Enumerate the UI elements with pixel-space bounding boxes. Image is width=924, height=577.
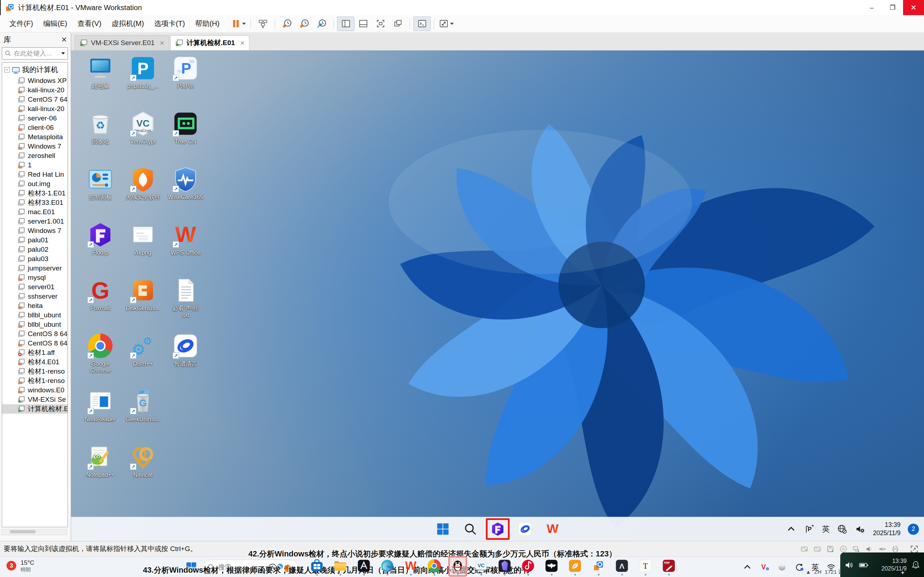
pixpin-tray-icon[interactable]: P: [804, 524, 815, 534]
weather-widget[interactable]: 3 15°C 晴朗: [6, 559, 34, 572]
library-item-计算机检材.E[interactable]: 计算机检材.E: [2, 404, 68, 414]
menu-查看(V)[interactable]: 查看(V): [72, 19, 107, 29]
take-snapshot-button[interactable]: [278, 16, 296, 31]
library-item-server-06[interactable]: server-06: [2, 114, 68, 123]
vm-tab[interactable]: VM-EXSi Server.E01✕: [75, 35, 169, 50]
overlay-window-corner[interactable]: 13:39 2025/11/9 z: [840, 553, 924, 577]
library-item-mysql[interactable]: mysql: [2, 273, 68, 282]
library-item-mac.E01[interactable]: mac.E01: [2, 207, 68, 217]
library-item-检材1.aff[interactable]: 检材1.aff: [2, 348, 68, 357]
fit-guest-dropdown-icon[interactable]: [450, 23, 454, 25]
vm-console-screen[interactable]: 此电脑P↗phpstudy_...P↗PixPin♻回收站VCVeraCrypt…: [71, 50, 924, 541]
library-item-CentOS 7 64[interactable]: CentOS 7 64: [2, 95, 68, 104]
sync-tray-icon[interactable]: [794, 562, 804, 572]
desktop-icon-trae-cn[interactable]: ↗Trae CN: [164, 110, 207, 166]
guest-clock[interactable]: 13:39 2025/11/9: [873, 521, 901, 537]
scrollbar-thumb[interactable]: [10, 530, 36, 533]
desktop-icon-recycle-bin[interactable]: ♻回收站: [79, 110, 122, 166]
vm-tab[interactable]: 计算机检材.E01✕: [170, 35, 250, 50]
desktop-icon-geekuninstaller[interactable]: G↗GeekUninst...: [122, 388, 164, 443]
library-item-检材33.E01[interactable]: 检材33.E01: [2, 198, 68, 207]
library-item-kali-linux-20[interactable]: kali-linux-20: [2, 85, 68, 95]
library-item-out.img[interactable]: out.img: [2, 179, 68, 189]
library-item-VM-EXSi Se[interactable]: VM-EXSi Se: [2, 395, 68, 404]
taskbar-app-vmware-workstation[interactable]: [591, 559, 606, 575]
library-horizontal-scrollbar[interactable]: [2, 529, 67, 535]
library-item-windows.E0[interactable]: windows.E0: [2, 385, 68, 395]
library-item-zeroshell[interactable]: zeroshell: [2, 151, 68, 161]
fit-guest-button[interactable]: [438, 16, 455, 31]
taskbar-app-legion[interactable]: [357, 559, 371, 575]
guest-taskbar-search[interactable]: [462, 521, 478, 537]
desktop-icon-wps-office[interactable]: W↗WPS Office: [164, 221, 207, 277]
taskbar-app-bat[interactable]: [544, 559, 559, 575]
library-item-检材3-1.E01[interactable]: 检材3-1.E01: [2, 189, 68, 198]
desktop-icon-statement-txt[interactable]: 必看 声明! .txt: [164, 277, 207, 332]
library-item-jumpserver[interactable]: jumpserver: [2, 264, 68, 273]
notification-badge[interactable]: 2: [908, 524, 919, 535]
library-item-Red Hat Lin[interactable]: Red Hat Lin: [2, 170, 68, 179]
menu-帮助(H)[interactable]: 帮助(H): [190, 19, 225, 29]
tree-root-my-computer[interactable]: − 我的计算机: [2, 63, 68, 76]
library-item-server01[interactable]: server01: [2, 282, 68, 292]
library-item-server1.001[interactable]: server1.001: [2, 217, 68, 226]
tab-close-icon[interactable]: ✕: [160, 40, 164, 47]
network-adapter-icon[interactable]: [851, 545, 861, 553]
library-item-Windows 7[interactable]: Windows 7: [2, 226, 68, 235]
bell-icon[interactable]: z: [910, 560, 921, 571]
hidden-icons-chevron-icon[interactable]: [786, 524, 796, 534]
guest-taskbar-zhipu-qingyan[interactable]: [517, 521, 533, 537]
collapse-icon[interactable]: −: [4, 67, 10, 73]
menu-选项卡(T)[interactable]: 选项卡(T): [149, 19, 190, 29]
library-item-检材4.E01[interactable]: 检材4.E01: [2, 357, 68, 367]
library-item-palu02[interactable]: palu02: [2, 245, 68, 254]
guest-taskbar-start[interactable]: [435, 521, 451, 537]
library-search-input[interactable]: 在此处键入...: [2, 47, 68, 60]
desktop-icon-foxmail[interactable]: G↗Foxmail: [79, 277, 122, 332]
desktop-icon-huorong-security[interactable]: ↗火绒安全软件: [122, 166, 164, 221]
taskbar-app-edge[interactable]: [380, 559, 394, 575]
library-item-bllbl_ubunt[interactable]: bllbl_ubunt: [2, 320, 68, 329]
desktop-icon-neatreader[interactable]: ↗NeatReader: [79, 388, 122, 443]
tab-close-icon[interactable]: ✕: [240, 40, 245, 47]
minimize-button[interactable]: –: [861, 0, 882, 15]
library-item-CentOS 8 64[interactable]: CentOS 8 64: [2, 338, 68, 348]
desktop-icon-notepadpp[interactable]: ↗Notepad++: [79, 443, 122, 499]
sound-icon[interactable]: [864, 545, 874, 553]
library-item-Windows 7[interactable]: Windows 7: [2, 142, 68, 151]
cd-rom-icon[interactable]: [838, 545, 848, 553]
library-item-palu01[interactable]: palu01: [2, 235, 68, 245]
no-internet-globe-icon[interactable]: [837, 524, 848, 534]
pause-button[interactable]: [229, 16, 247, 31]
translator-v-tray-icon[interactable]: V: [759, 562, 770, 572]
desktop-icon-diskgenius[interactable]: ↗DiskGenius...: [122, 277, 164, 332]
taskbar-app-obsidian[interactable]: [498, 559, 512, 575]
library-item-heita[interactable]: heita: [2, 301, 68, 311]
printer-icon[interactable]: [890, 545, 900, 553]
guest-ime-indicator[interactable]: 英: [822, 524, 829, 534]
menu-文件(F)[interactable]: 文件(F): [4, 19, 38, 29]
taskbar-app-lambda[interactable]: Λ: [615, 559, 629, 575]
library-item-Windows XP[interactable]: Windows XP: [2, 76, 68, 85]
taskbar-app-wps-office[interactable]: W: [404, 559, 418, 575]
library-item-client-06[interactable]: client-06: [2, 123, 68, 132]
desktop-icon-zhipu-qingyan[interactable]: ↗智谱清言: [164, 332, 207, 388]
desktop-icon-ai-png[interactable]: AI.png: [122, 221, 164, 277]
revert-snapshot-button[interactable]: [296, 16, 313, 31]
hard-disk-icon[interactable]: [800, 545, 809, 553]
taskbar-app-chrome[interactable]: [427, 559, 441, 575]
send-ctrl-alt-del-button[interactable]: [254, 16, 271, 31]
library-item-sshserver[interactable]: sshserver: [2, 292, 68, 301]
taskbar-app-veracrypt[interactable]: VCVeraCrypt: [474, 559, 488, 575]
guest-taskbar-floorp[interactable]: [490, 521, 506, 537]
menu-编辑(E)[interactable]: 编辑(E): [38, 19, 73, 29]
speaker-icon[interactable]: [844, 560, 855, 571]
desktop-icon-this-pc[interactable]: 此电脑: [79, 55, 122, 110]
hidden-icons-chevron-icon[interactable]: [742, 562, 753, 572]
floppy-icon[interactable]: [825, 545, 835, 553]
desktop-icon-navicat[interactable]: ↗Navicat: [122, 443, 164, 499]
taskbar-app-huorong[interactable]: [568, 559, 582, 575]
library-item-Metasploita[interactable]: Metasploita: [2, 132, 68, 142]
library-item-kali-linux-20[interactable]: kali-linux-20: [2, 104, 68, 114]
fullscreen-button[interactable]: [372, 16, 389, 31]
